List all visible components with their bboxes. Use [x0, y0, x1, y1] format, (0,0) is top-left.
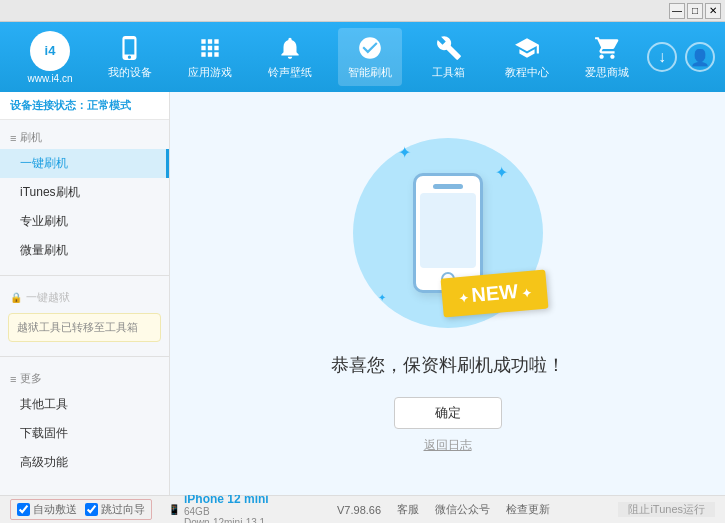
phone-screen [420, 193, 476, 268]
nav-item-device[interactable]: 我的设备 [98, 28, 162, 86]
wechat-link[interactable]: 微信公众号 [435, 502, 490, 517]
nav-item-tools[interactable]: 工具箱 [419, 28, 479, 86]
phone-illustration: ✦ ✦ ✦ NEW [338, 133, 558, 333]
phone-speaker [433, 184, 463, 189]
section-icon-flash: ≡ [10, 132, 16, 144]
auto-label: 自动敷送 [33, 502, 77, 517]
nav-label-apps: 应用游戏 [188, 65, 232, 80]
auto-checkbox[interactable] [17, 503, 30, 516]
sparkle-3: ✦ [378, 292, 386, 303]
user-button[interactable]: 👤 [685, 42, 715, 72]
check-update-link[interactable]: 检查更新 [506, 502, 550, 517]
device-icon-small: 📱 [168, 504, 180, 515]
status-value: 正常模式 [87, 99, 131, 111]
nav-label-tutorial: 教程中心 [505, 65, 549, 80]
smart-icon [356, 34, 384, 62]
download-button[interactable]: ↓ [647, 42, 677, 72]
nav-item-shop[interactable]: 爱思商城 [575, 28, 639, 86]
version-text: V7.98.66 [337, 504, 381, 516]
nav-item-smart[interactable]: 智能刷机 [338, 28, 402, 86]
sidebar-section-more: ≡ 更多 其他工具 下载固件 高级功能 [0, 361, 169, 483]
section-icon-more: ≡ [10, 373, 16, 385]
section-label-flash: 刷机 [20, 130, 42, 145]
checkboxes-area: 自动敷送 跳过向导 [10, 499, 152, 520]
device-details: iPhone 12 mini 64GB Down-12mini-13,1 [184, 492, 269, 524]
tools-icon [435, 34, 463, 62]
section-label-jailbreak: 一键越狱 [26, 290, 70, 305]
sidebar-section-flash: ≡ 刷机 一键刷机 iTunes刷机 专业刷机 微量刷机 [0, 120, 169, 271]
bottom-right: V7.98.66 客服 微信公众号 检查更新 [337, 502, 550, 517]
title-bar: — □ ✕ [0, 0, 725, 22]
apps-icon [196, 34, 224, 62]
section-header-flash: ≡ 刷机 [0, 126, 169, 149]
sidebar-section-jailbreak: 🔒 一键越狱 越狱工具已转移至工具箱 [0, 280, 169, 352]
confirm-button[interactable]: 确定 [394, 397, 502, 429]
top-nav: i4 www.i4.cn 我的设备 应用游戏 铃声壁纸 [0, 22, 725, 92]
sidebar: 设备连接状态：正常模式 ≡ 刷机 一键刷机 iTunes刷机 专业刷机 微量刷机… [0, 92, 170, 495]
checkbox-auto[interactable]: 自动敷送 [17, 502, 77, 517]
nav-label-smart: 智能刷机 [348, 65, 392, 80]
bottom-bar: 自动敷送 跳过向导 📱 iPhone 12 mini 64GB Down-12m… [0, 495, 725, 523]
nav-label-shop: 爱思商城 [585, 65, 629, 80]
new-badge: NEW [441, 269, 549, 317]
logo-area: i4 www.i4.cn [10, 31, 90, 84]
device-icon [116, 34, 144, 62]
sparkle-1: ✦ [398, 143, 411, 162]
lock-icon: 🔒 [10, 292, 22, 303]
status-label: 设备连接状态： [10, 99, 87, 111]
sidebar-item-micro[interactable]: 微量刷机 [0, 236, 169, 265]
sidebar-item-advanced[interactable]: 高级功能 [0, 448, 169, 477]
connection-status: 设备连接状态：正常模式 [0, 92, 169, 120]
sidebar-divider-2 [0, 356, 169, 357]
nav-label-ringtone: 铃声壁纸 [268, 65, 312, 80]
nav-item-ringtone[interactable]: 铃声壁纸 [258, 28, 322, 86]
ringtone-icon [276, 34, 304, 62]
device-info: 📱 [168, 504, 180, 515]
logo-text: www.i4.cn [27, 73, 72, 84]
sidebar-item-onekey[interactable]: 一键刷机 [0, 149, 169, 178]
jailbreak-note: 越狱工具已转移至工具箱 [8, 313, 161, 342]
customer-service-link[interactable]: 客服 [397, 502, 419, 517]
device-model: Down-12mini-13,1 [184, 517, 269, 524]
sidebar-item-pro[interactable]: 专业刷机 [0, 207, 169, 236]
logo-icon: i4 [30, 31, 70, 71]
sidebar-item-firmware[interactable]: 下载固件 [0, 419, 169, 448]
section-header-jailbreak: 🔒 一键越狱 [0, 286, 169, 309]
sidebar-item-itunes[interactable]: iTunes刷机 [0, 178, 169, 207]
section-label-more: 更多 [20, 371, 42, 386]
itunes-status: 阻止iTunes运行 [618, 502, 715, 517]
nav-items: 我的设备 应用游戏 铃声壁纸 智能刷机 工具箱 [90, 28, 647, 86]
minimize-button[interactable]: — [669, 3, 685, 19]
close-button[interactable]: ✕ [705, 3, 721, 19]
nav-item-tutorial[interactable]: 教程中心 [495, 28, 559, 86]
device-storage: 64GB [184, 506, 269, 517]
nav-label-device: 我的设备 [108, 65, 152, 80]
sidebar-item-other[interactable]: 其他工具 [0, 390, 169, 419]
maximize-button[interactable]: □ [687, 3, 703, 19]
shop-icon [593, 34, 621, 62]
bottom-left-full: 自动敷送 跳过向导 📱 iPhone 12 mini 64GB Down-12m… [10, 492, 269, 524]
nav-item-apps[interactable]: 应用游戏 [178, 28, 242, 86]
success-message: 恭喜您，保资料刷机成功啦！ [331, 353, 565, 377]
tutorial-icon [513, 34, 541, 62]
main-area: 设备连接状态：正常模式 ≡ 刷机 一键刷机 iTunes刷机 专业刷机 微量刷机… [0, 92, 725, 495]
nav-right: ↓ 👤 [647, 42, 715, 72]
itunes-status-text: 阻止iTunes运行 [628, 502, 705, 517]
skip-checkbox[interactable] [85, 503, 98, 516]
back-home-link[interactable]: 返回日志 [424, 437, 472, 454]
sidebar-divider-1 [0, 275, 169, 276]
skip-label: 跳过向导 [101, 502, 145, 517]
content-area: ✦ ✦ ✦ NEW 恭喜您，保资料刷机成功啦！ 确定 返回日志 [170, 92, 725, 495]
checkbox-skip[interactable]: 跳过向导 [85, 502, 145, 517]
nav-label-tools: 工具箱 [432, 65, 465, 80]
section-header-more: ≡ 更多 [0, 367, 169, 390]
sparkle-2: ✦ [495, 163, 508, 182]
